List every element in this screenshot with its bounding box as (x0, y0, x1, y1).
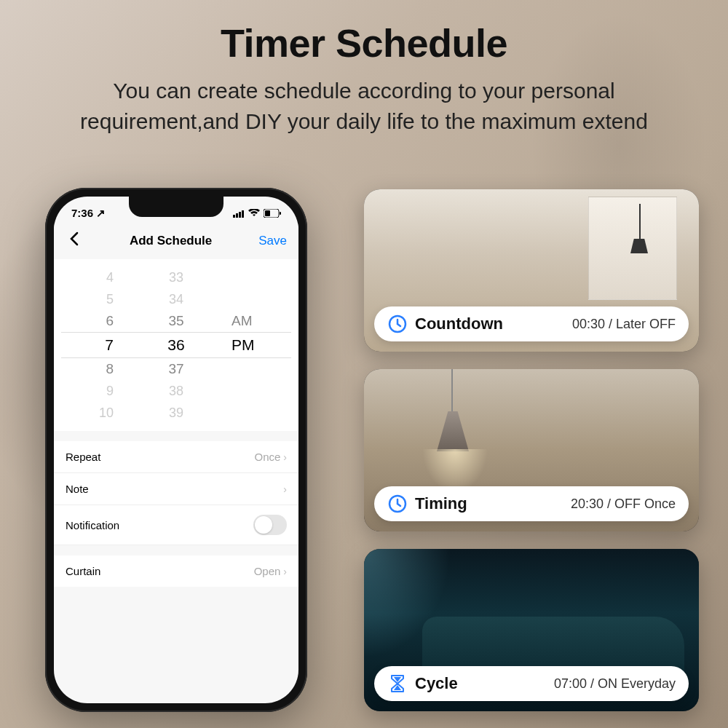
picker-row[interactable]: 433 (54, 266, 298, 288)
row-notification-label: Notification (66, 519, 119, 531)
card-title: Cycle (415, 674, 458, 693)
card-timing[interactable]: Timing 20:30 / OFF Once (364, 369, 699, 531)
status-time: 7:36 ↗ (71, 207, 106, 220)
row-curtain[interactable]: Curtain Open › (54, 555, 298, 587)
card-title: Countdown (415, 314, 503, 333)
svg-rect-2 (239, 212, 241, 218)
back-button[interactable] (66, 229, 83, 253)
picker-row[interactable]: 1039 (54, 402, 298, 424)
clock-icon (387, 494, 408, 514)
nav-title: Add Schedule (130, 234, 212, 248)
card-title: Timing (415, 494, 467, 513)
signal-icon (233, 207, 245, 220)
card-cycle[interactable]: Cycle 07:00 / ON Everyday (364, 549, 699, 711)
row-curtain-value: Open (254, 565, 281, 577)
phone-notch (129, 197, 223, 217)
picker-row[interactable]: 534 (54, 288, 298, 310)
svg-rect-0 (233, 215, 235, 218)
picker-row[interactable]: 938 (54, 380, 298, 402)
cards-column: Countdown 00:30 / Later OFF Timing 20:30… (364, 189, 699, 711)
battery-icon (264, 207, 281, 220)
phone-mockup: 7:36 ↗ Add Schedule Save (45, 188, 307, 712)
chevron-right-icon: › (283, 451, 287, 463)
notification-toggle[interactable] (253, 515, 287, 535)
card-value: 00:30 / Later OFF (572, 317, 676, 332)
picker-row[interactable]: 736PM (54, 332, 298, 358)
save-button[interactable]: Save (258, 234, 287, 248)
card-value: 07:00 / ON Everyday (554, 676, 676, 692)
row-curtain-label: Curtain (66, 565, 100, 577)
chevron-right-icon: › (283, 566, 287, 577)
page-subtitle: You can create schedule according to you… (36, 76, 692, 137)
chevron-right-icon: › (283, 483, 287, 495)
time-picker[interactable]: 433534635AM736PM8379381039 (54, 259, 298, 431)
svg-rect-6 (280, 212, 281, 215)
card-countdown[interactable]: Countdown 00:30 / Later OFF (364, 189, 699, 352)
svg-rect-3 (242, 210, 244, 218)
card-value: 20:30 / OFF Once (571, 496, 676, 512)
nav-bar: Add Schedule Save (54, 223, 298, 259)
page-title: Timer Schedule (29, 20, 699, 66)
row-repeat-value: Once (254, 451, 280, 463)
wifi-icon (248, 207, 260, 220)
svg-rect-1 (236, 213, 238, 218)
svg-rect-5 (265, 210, 270, 216)
row-note[interactable]: Note › (54, 473, 298, 505)
row-notification[interactable]: Notification (54, 505, 298, 545)
picker-row[interactable]: 837 (54, 358, 298, 380)
hourglass-icon (387, 673, 408, 694)
row-repeat-label: Repeat (66, 451, 100, 463)
row-note-label: Note (66, 483, 89, 495)
row-repeat[interactable]: Repeat Once › (54, 441, 298, 473)
picker-row[interactable]: 635AM (54, 310, 298, 332)
clock-icon (387, 314, 408, 334)
